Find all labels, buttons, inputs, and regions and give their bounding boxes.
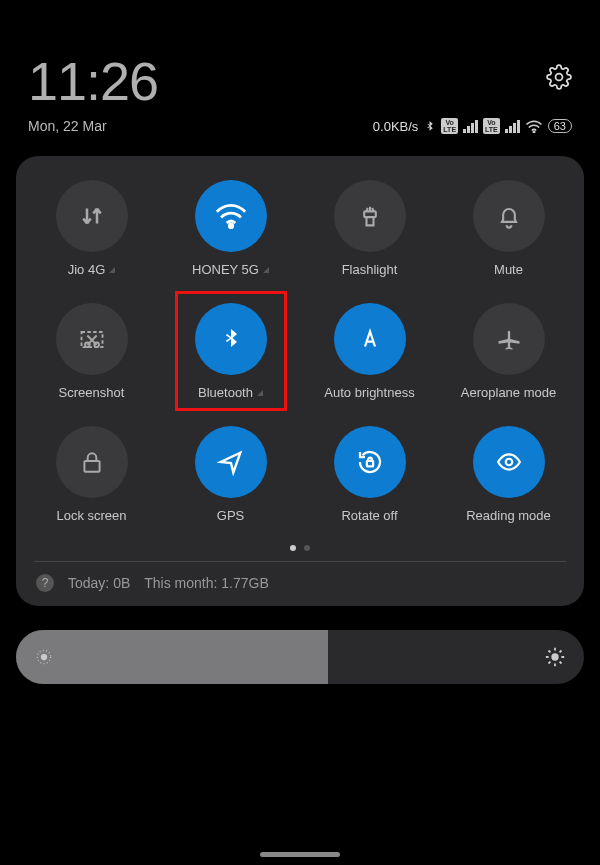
tile-label: Rotate off (341, 508, 397, 523)
clock-time: 11:26 (28, 50, 158, 112)
tile-mobile-data[interactable]: Jio 4G (22, 180, 161, 277)
tile-label: Mute (494, 262, 523, 277)
navigation-icon (217, 448, 245, 476)
gear-icon (546, 64, 572, 90)
data-rate: 0.0KB/s (373, 119, 419, 134)
tile-label: Reading mode (466, 508, 551, 523)
date-label: Mon, 22 Mar (28, 118, 107, 134)
volte-badge-2: VoLTE (483, 118, 500, 134)
expand-icon (263, 267, 269, 273)
scissors-icon (77, 325, 107, 353)
eye-icon (493, 449, 525, 475)
svg-point-10 (42, 655, 47, 660)
volte-badge-1: VoLTE (441, 118, 458, 134)
tile-label: Bluetooth (198, 385, 253, 400)
bell-icon (495, 201, 523, 231)
tile-label: Aeroplane mode (461, 385, 556, 400)
tile-gps[interactable]: GPS (161, 426, 300, 523)
nav-handle[interactable] (260, 852, 340, 857)
svg-point-12 (551, 653, 558, 660)
bluetooth-icon (219, 323, 243, 355)
divider (34, 561, 566, 562)
tile-flashlight[interactable]: Flashlight (300, 180, 439, 277)
svg-point-1 (533, 131, 535, 133)
tile-bluetooth[interactable]: Bluetooth (161, 303, 300, 400)
tile-wifi[interactable]: HONEY 5G (161, 180, 300, 277)
auto-brightness-icon (355, 324, 385, 354)
info-icon: ? (36, 574, 54, 592)
tile-lock-screen[interactable]: Lock screen (22, 426, 161, 523)
svg-rect-8 (366, 461, 372, 467)
data-arrows-icon (77, 201, 107, 231)
brightness-fill (16, 630, 328, 684)
flashlight-icon (356, 201, 384, 231)
status-bar: 0.0KB/s VoLTE VoLTE 63 (373, 118, 572, 134)
bluetooth-icon (423, 119, 436, 134)
expand-icon (257, 390, 263, 396)
lock-icon (79, 448, 105, 476)
svg-point-0 (556, 74, 563, 81)
data-usage-row[interactable]: ? Today: 0B This month: 1.77GB (22, 570, 578, 596)
wifi-icon (525, 119, 543, 133)
tile-label: GPS (217, 508, 244, 523)
quick-settings-panel: Jio 4G HONEY 5G Flashlight Mute Screensh… (16, 156, 584, 606)
tile-label: Flashlight (342, 262, 398, 277)
page-dot (290, 545, 296, 551)
wifi-icon (214, 202, 248, 230)
settings-button[interactable] (546, 64, 572, 90)
brightness-slider[interactable] (16, 630, 584, 684)
svg-point-2 (229, 224, 232, 227)
brightness-low-icon (34, 647, 54, 667)
rotate-lock-icon (355, 447, 385, 477)
expand-icon (109, 267, 115, 273)
tile-label: Lock screen (56, 508, 126, 523)
signal-icon-1 (463, 120, 478, 133)
tile-aeroplane-mode[interactable]: Aeroplane mode (439, 303, 578, 400)
brightness-high-icon (544, 646, 566, 668)
tile-label: Screenshot (59, 385, 125, 400)
tile-screenshot[interactable]: Screenshot (22, 303, 161, 400)
tile-mute[interactable]: Mute (439, 180, 578, 277)
tile-label: HONEY 5G (192, 262, 259, 277)
tile-reading-mode[interactable]: Reading mode (439, 426, 578, 523)
svg-rect-3 (364, 211, 376, 217)
tile-auto-brightness[interactable]: Auto brightness (300, 303, 439, 400)
svg-point-9 (505, 459, 512, 466)
data-month: This month: 1.77GB (144, 575, 269, 591)
battery-indicator: 63 (548, 119, 572, 133)
tile-label: Auto brightness (324, 385, 414, 400)
tile-label: Jio 4G (68, 262, 106, 277)
airplane-icon (494, 325, 524, 353)
tile-rotate[interactable]: Rotate off (300, 426, 439, 523)
svg-rect-7 (84, 461, 99, 472)
page-dot (304, 545, 310, 551)
signal-icon-2 (505, 120, 520, 133)
data-today: Today: 0B (68, 575, 130, 591)
page-indicator (22, 545, 578, 551)
